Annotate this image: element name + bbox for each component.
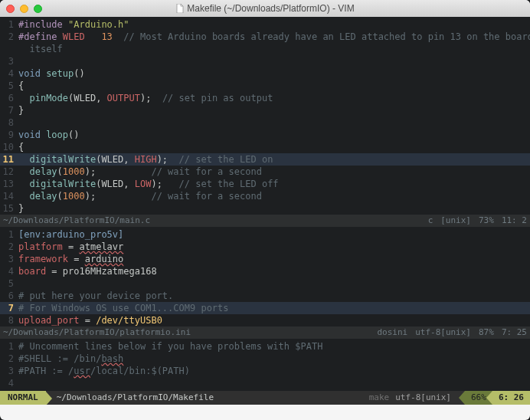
split-status-platformio: ~/Downloads/PlatformIO/platformio.ini do…	[0, 326, 530, 339]
pane-platformio-ini[interactable]: 1[env:arduino_pro5v] 2platform = atmelav…	[0, 227, 530, 326]
window: Makefile (~/Downloads/PlatformIO) - VIM …	[0, 0, 530, 420]
filetype: make	[369, 392, 390, 404]
statusbar: NORMAL ~/Downloads/PlatformIO/Makefile m…	[0, 391, 530, 405]
split-status-main-c: ~/Downloads/PlatformIO/main.c c[unix]73%…	[0, 215, 530, 227]
mode-indicator: NORMAL	[0, 392, 46, 404]
current-file: ~/Downloads/PlatformIO/Makefile	[57, 392, 214, 404]
document-icon	[175, 4, 185, 13]
cursor-position: 6: 26	[492, 391, 530, 405]
window-title: Makefile (~/Downloads/PlatformIO) - VIM	[0, 3, 530, 14]
pane-main-c[interactable]: 1#include "Arduino.h" 2#define WLED 13 /…	[0, 17, 530, 215]
encoding: utf-8[unix]	[395, 392, 451, 404]
editor[interactable]: 1#include "Arduino.h" 2#define WLED 13 /…	[0, 17, 530, 405]
titlebar: Makefile (~/Downloads/PlatformIO) - VIM	[0, 0, 530, 17]
